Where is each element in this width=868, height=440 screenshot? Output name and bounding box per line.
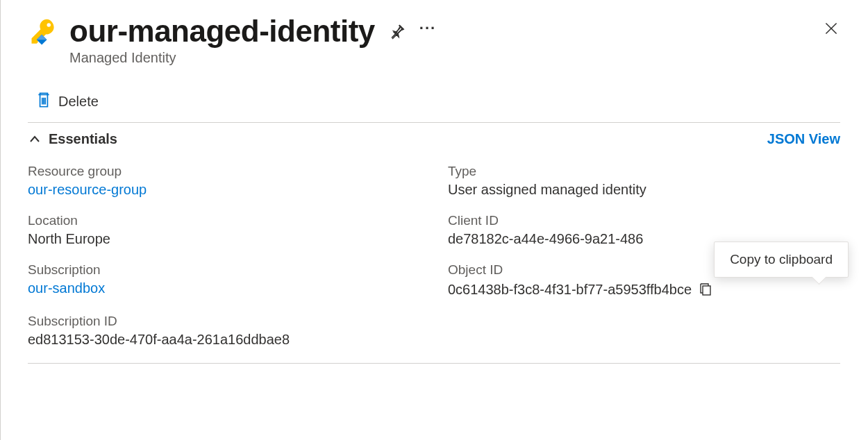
properties-grid: Resource group our-resource-group Type U… [28,155,840,363]
chevron-up-icon[interactable] [28,133,42,146]
property-value: 0c61438b-f3c8-4f31-bf77-a5953ffb4bce [448,282,692,298]
essentials-header: Essentials JSON View [28,123,840,155]
page-title: our-managed-identity [69,14,375,49]
property-value: User assigned managed identity [448,182,840,198]
property-subscription: Subscription our-sandbox [28,262,420,298]
title-block: our-managed-identity ··· Managed Identit… [69,14,811,66]
property-label: Resource group [28,164,420,179]
property-type: Type User assigned managed identity [448,164,840,198]
subscription-link[interactable]: our-sandbox [28,280,420,296]
divider [28,363,840,364]
more-icon[interactable]: ··· [419,19,436,43]
pin-icon[interactable] [389,23,406,40]
copy-button[interactable] [697,280,714,298]
property-subscription-id: Subscription ID ed813153-30de-470f-aa4a-… [28,314,420,348]
property-value: North Europe [28,231,420,247]
property-label: Type [448,164,840,179]
property-label: Client ID [448,213,840,228]
close-icon[interactable] [822,19,840,37]
property-value: ed813153-30de-470f-aa4a-261a16ddbae8 [28,332,420,348]
resource-header: our-managed-identity ··· Managed Identit… [28,14,840,66]
property-label: Subscription [28,262,420,278]
property-object-id: Object ID 0c61438b-f3c8-4f31-bf77-a5953f… [448,262,840,298]
json-view-link[interactable]: JSON View [767,131,840,147]
command-bar: Delete [28,71,840,122]
property-label: Subscription ID [28,314,420,329]
trash-icon [36,91,51,112]
pane-border [0,0,1,440]
resource-type-label: Managed Identity [69,50,811,66]
copy-tooltip: Copy to clipboard [714,242,849,278]
delete-label: Delete [58,94,99,110]
property-label: Location [28,213,420,228]
svg-point-0 [47,23,51,27]
delete-button[interactable]: Delete [36,91,99,112]
resource-group-link[interactable]: our-resource-group [28,182,420,198]
essentials-title: Essentials [49,131,117,147]
managed-identity-icon [28,18,58,49]
svg-rect-3 [703,286,710,295]
property-location: Location North Europe [28,213,420,247]
property-resource-group: Resource group our-resource-group [28,164,420,198]
